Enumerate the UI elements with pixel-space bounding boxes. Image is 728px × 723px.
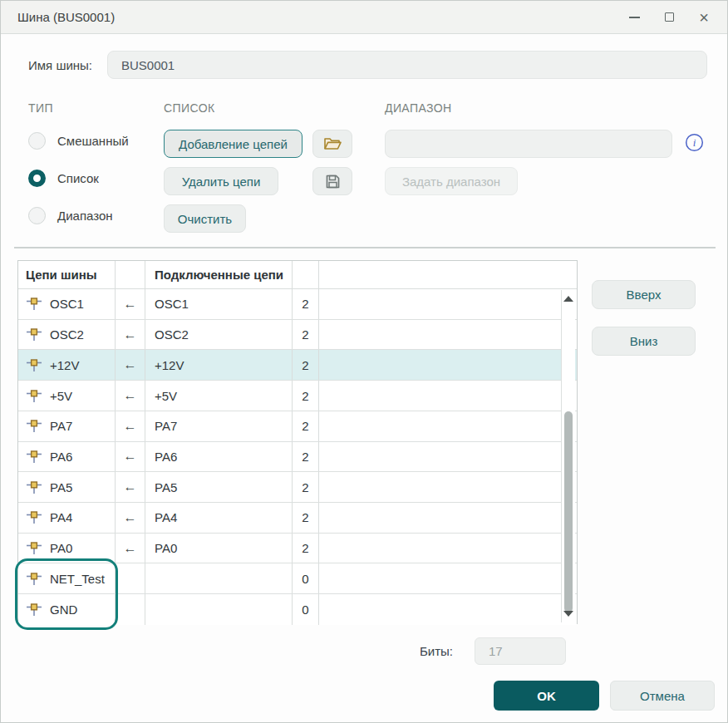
table-row[interactable]: PA0 ← PA0 2	[18, 534, 577, 564]
table-row[interactable]: +12V ← +12V 2	[18, 350, 577, 381]
ok-button[interactable]: OK	[494, 681, 599, 711]
table-row[interactable]: PA7 ← PA7 2	[18, 411, 577, 442]
header-connected-nets: Подключенные цепи	[145, 261, 293, 288]
radio-option-list[interactable]: Список	[28, 170, 99, 187]
table-row[interactable]: GND 0	[18, 594, 577, 625]
header-arrow	[116, 261, 145, 288]
bus-net-cell: PA5	[18, 472, 116, 502]
radio-range[interactable]	[28, 207, 46, 224]
table-row[interactable]: OSC1 ← OSC1 2	[18, 289, 577, 320]
table-row[interactable]: PA5 ← PA5 2	[18, 472, 577, 503]
connected-net-name: PA7	[145, 411, 293, 441]
bus-net-cell: PA7	[18, 411, 116, 441]
move-up-button[interactable]: Вверх	[592, 280, 696, 309]
radio-mixed[interactable]	[28, 132, 46, 150]
bus-net-cell: PA6	[18, 442, 116, 472]
table-row[interactable]: +5V ← +5V 2	[18, 381, 577, 411]
radio-range-label: Диапазон	[57, 209, 113, 223]
connection-count: 2	[293, 503, 319, 533]
add-nets-button[interactable]: Добавление цепей	[164, 130, 303, 158]
table-row[interactable]: PA6 ← PA6 2	[18, 442, 577, 473]
bus-net-cell: OSC2	[18, 320, 116, 350]
connected-net-name: PA0	[145, 534, 293, 563]
radio-option-range[interactable]: Диапазон	[28, 207, 113, 224]
connected-net-name: OSC1	[145, 289, 293, 319]
table-row[interactable]: PA4 ← PA4 2	[18, 503, 577, 534]
bus-net-cell: GND	[18, 594, 116, 625]
window-controls: ×	[621, 5, 717, 30]
bus-net-cell: NET_Test	[18, 563, 116, 593]
bus-name-label: Имя шины:	[28, 58, 92, 72]
connection-count: 2	[293, 350, 319, 380]
row-filler	[319, 472, 577, 502]
row-filler	[319, 289, 577, 319]
bus-name-input[interactable]	[107, 51, 707, 79]
vertical-scrollbar[interactable]	[561, 290, 575, 622]
delete-nets-button[interactable]: Удалить цепи	[164, 167, 278, 195]
open-file-button[interactable]	[312, 130, 352, 158]
range-input[interactable]	[385, 130, 672, 158]
connected-net-name: PA5	[145, 472, 293, 502]
floppy-disk-icon	[324, 173, 342, 190]
bus-net-name: OSC1	[50, 297, 84, 311]
clear-button[interactable]: Очистить	[164, 204, 246, 233]
connection-count: 2	[293, 320, 319, 350]
folder-open-icon	[322, 135, 342, 152]
minimize-button[interactable]	[621, 5, 647, 30]
close-button[interactable]: ×	[691, 5, 717, 30]
link-arrow: ←	[116, 320, 145, 350]
save-file-button[interactable]	[312, 167, 352, 195]
link-arrow	[116, 563, 145, 593]
net-icon	[26, 480, 42, 494]
range-section-label: ДИАПАЗОН	[385, 101, 451, 115]
connected-net-name: PA4	[145, 503, 293, 533]
connection-count: 2	[293, 534, 319, 563]
connection-count: 2	[293, 289, 319, 319]
row-filler	[319, 503, 577, 533]
radio-option-mixed[interactable]: Смешанный	[28, 132, 129, 150]
bus-net-name: +12V	[50, 358, 79, 372]
bus-net-name: PA7	[50, 419, 72, 433]
connected-net-name: +12V	[145, 350, 293, 380]
link-arrow: ←	[116, 534, 145, 563]
bits-input	[475, 637, 566, 665]
bus-dialog-window: Шина (BUS0001) × Имя шины: ТИП СПИСОК ДИ…	[0, 0, 728, 723]
scroll-up-icon[interactable]	[563, 296, 573, 302]
bus-net-name: OSC2	[50, 327, 84, 342]
header-count	[293, 261, 319, 288]
window-title: Шина (BUS0001)	[17, 10, 115, 24]
info-icon[interactable]: i	[685, 133, 704, 155]
link-arrow: ←	[116, 503, 145, 533]
connection-count: 2	[293, 381, 319, 411]
set-range-button: Задать диапазон	[385, 167, 518, 195]
net-icon	[26, 419, 42, 433]
bus-net-name: NET_Test	[50, 572, 105, 586]
row-filler	[319, 411, 577, 441]
bus-net-cell: +12V	[18, 350, 116, 380]
close-icon: ×	[699, 9, 709, 26]
separator-line	[14, 247, 716, 248]
radio-list-label: Список	[57, 171, 99, 185]
row-filler	[319, 350, 577, 380]
radio-mixed-label: Смешанный	[57, 134, 129, 148]
cancel-button[interactable]: Отмена	[610, 681, 715, 711]
bus-net-name: GND	[50, 602, 77, 617]
list-section-label: СПИСОК	[164, 101, 214, 115]
table-row[interactable]: OSC2 ← OSC2 2	[18, 320, 577, 351]
table-row[interactable]: NET_Test 0	[18, 563, 577, 594]
header-filler	[319, 261, 577, 288]
scrollbar-thumb[interactable]	[564, 411, 573, 612]
row-filler	[319, 594, 577, 625]
row-filler	[319, 563, 577, 593]
bus-net-cell: PA4	[18, 503, 116, 533]
connected-net-name: OSC2	[145, 320, 293, 350]
nets-table-body: OSC1 ← OSC1 2 OSC2 ← OSC2 2	[18, 289, 577, 625]
link-arrow: ←	[116, 442, 145, 472]
move-down-button[interactable]: Вниз	[592, 327, 696, 356]
radio-list[interactable]	[28, 170, 46, 187]
maximize-button[interactable]	[656, 5, 682, 30]
svg-text:i: i	[693, 136, 696, 149]
scroll-down-icon[interactable]	[563, 611, 573, 617]
link-arrow: ←	[116, 472, 145, 502]
bus-net-cell: OSC1	[18, 289, 116, 319]
